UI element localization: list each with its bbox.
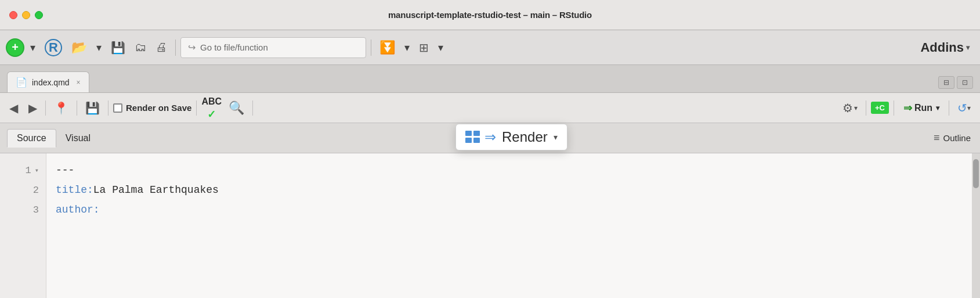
render-on-save-checkbox[interactable]	[113, 103, 122, 113]
back-arrow-icon: ◀	[9, 101, 18, 115]
settings-button[interactable]: ⚙ ▾	[839, 99, 861, 117]
render-popup: ⇒ Render ▾	[455, 124, 567, 150]
window-title: manuscript-template-rstudio-test – main …	[388, 10, 592, 20]
grid-icon: ⊞	[419, 41, 429, 55]
render-dropdown-arrow-icon[interactable]: ▾	[554, 132, 558, 142]
folder-icon: 📂	[71, 40, 87, 55]
save-all-button[interactable]: 🗂	[131, 37, 150, 58]
minimize-button[interactable]	[22, 11, 30, 19]
line-arrow-icon: ▾	[35, 166, 39, 175]
save-button[interactable]: 💾	[107, 37, 129, 58]
insert-chunk-button[interactable]: +C	[871, 102, 889, 114]
render-icon-group: ⇒	[465, 129, 496, 145]
render-sq-2	[473, 131, 480, 136]
abc-label: ABC	[201, 96, 222, 107]
search-button[interactable]: 🔍	[225, 98, 248, 118]
render-button-label: Render	[502, 129, 548, 145]
addins-dropdown-arrow-icon: ▾	[966, 44, 970, 52]
traffic-lights	[9, 11, 43, 19]
toolbar-separator-1	[175, 40, 176, 56]
line-num-2: 2	[0, 180, 46, 200]
main-toolbar: + ▾ R 📂 ▾ 💾 🗂 🖨 ↪ Go to file/function ⏬ …	[0, 30, 980, 65]
outline-lines-icon: ≡	[934, 132, 940, 144]
visual-tab[interactable]: Visual	[56, 130, 100, 147]
code-title-key: title:	[56, 184, 93, 196]
code-editor[interactable]: 1 ▾ 2 3 --- title: La Palma Earthquakes …	[0, 153, 980, 298]
ed-separator-5	[252, 100, 253, 116]
go-to-location-button[interactable]: 📍	[50, 99, 72, 117]
save-all-icon: 🗂	[135, 41, 146, 54]
rerun-icon: ↺	[957, 101, 967, 115]
outline-button[interactable]: ≡ Outline	[934, 132, 971, 144]
tab-bar: 📄 index.qmd × ⊟ ⊡	[0, 65, 980, 93]
source-tab-label: Source	[17, 133, 46, 143]
run-button[interactable]: ⇒ Run ▾	[899, 99, 944, 117]
debug-dropdown[interactable]: ▾	[401, 37, 413, 58]
dropdown-arrow-icon: ▾	[96, 41, 102, 54]
addins-label: Addins	[920, 40, 964, 55]
code-content[interactable]: --- title: La Palma Earthquakes author:	[46, 153, 980, 298]
maximize-button[interactable]	[35, 11, 43, 19]
spellcheck-check-icon: ✓	[207, 108, 216, 121]
close-button[interactable]	[9, 11, 17, 19]
scrollbar-thumb[interactable]	[973, 159, 979, 188]
expand-icon: ⊡	[962, 78, 968, 87]
r-logo-icon: R	[45, 39, 62, 56]
chunk-c-icon: +C	[875, 103, 885, 112]
run-arrow-icon: ⇒	[903, 102, 912, 114]
outline-label: Outline	[943, 133, 971, 143]
grid-view-button[interactable]: ⊞	[415, 37, 432, 58]
render-button[interactable]: Render	[502, 129, 548, 145]
open-file-button[interactable]: 📂	[68, 37, 91, 58]
code-author-key: author:	[56, 204, 100, 216]
addins-button[interactable]: Addins ▾	[916, 38, 974, 58]
new-file-dropdown[interactable]: ▾	[27, 37, 39, 58]
run-dropdown-arrow-icon: ▾	[936, 104, 939, 112]
scrollbar[interactable]	[972, 153, 980, 298]
goto-placeholder: Go to file/function	[200, 42, 359, 52]
file-tab-index-qmd[interactable]: 📄 index.qmd ×	[7, 71, 89, 92]
forward-button[interactable]: ▶	[25, 99, 41, 117]
open-dropdown[interactable]: ▾	[93, 37, 105, 58]
goto-box[interactable]: ↪ Go to file/function	[180, 37, 366, 58]
location-icon: 📍	[54, 101, 68, 115]
file-icon: 📄	[16, 77, 27, 88]
ed-separator-6	[866, 100, 866, 116]
tab-close-button[interactable]: ×	[77, 78, 81, 87]
render-right-arrow-icon: ⇒	[484, 129, 496, 145]
new-file-button[interactable]: +	[6, 38, 24, 57]
render-on-save-group: Render on Save	[113, 103, 191, 113]
render-on-save-label: Render on Save	[126, 103, 191, 113]
search-magnifier-icon: 🔍	[229, 100, 244, 116]
editor-save-button[interactable]: 💾	[82, 99, 103, 117]
plus-icon: +	[12, 41, 19, 54]
settings-dropdown-arrow-icon: ▾	[854, 104, 858, 112]
code-dashes: ---	[56, 164, 74, 176]
r-project-button[interactable]: R	[41, 37, 66, 58]
grid-dropdown[interactable]: ▾	[435, 37, 447, 58]
title-bar: manuscript-template-rstudio-test – main …	[0, 0, 980, 30]
print-icon: 🖨	[156, 41, 167, 54]
print-button[interactable]: 🖨	[152, 37, 171, 58]
run-label: Run	[914, 103, 932, 113]
gear-icon: ⚙	[842, 101, 853, 115]
save-icon: 💾	[85, 101, 100, 115]
back-button[interactable]: ◀	[6, 99, 21, 117]
source-tab[interactable]: Source	[7, 129, 56, 148]
toolbar-separator-2	[371, 40, 371, 56]
ed-separator-4	[196, 100, 197, 116]
ed-separator-3	[108, 100, 109, 116]
rerun-button[interactable]: ↺ ▾	[954, 99, 974, 117]
debug-button[interactable]: ⏬	[376, 37, 399, 58]
line-number-1: 1	[26, 165, 31, 176]
spellcheck-group: ABC ✓	[201, 96, 222, 120]
collapse-pane-button[interactable]: ⊟	[938, 76, 954, 89]
ed-separator-7	[894, 100, 894, 116]
editor-toolbar: ◀ ▶ 📍 💾 Render on Save ABC ✓ 🔍	[0, 93, 980, 123]
expand-pane-button[interactable]: ⊡	[957, 76, 973, 89]
tab-right-controls: ⊟ ⊡	[938, 76, 973, 89]
collapse-icon: ⊟	[943, 78, 949, 87]
ed-separator-1	[45, 100, 46, 116]
line-number-2: 2	[33, 185, 39, 196]
render-sq-4	[473, 138, 480, 143]
